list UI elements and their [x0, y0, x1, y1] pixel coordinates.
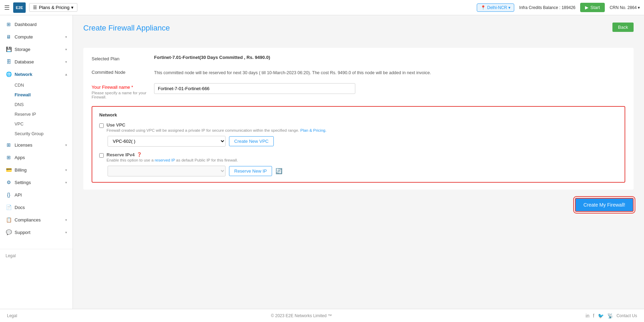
- contact-us[interactable]: Contact Us: [617, 313, 637, 318]
- firewall-name-row: Your Firewall name * Please specify a na…: [92, 83, 625, 99]
- hamburger-icon[interactable]: ☰: [4, 4, 10, 11]
- help-icon[interactable]: ❓: [137, 152, 142, 157]
- chevron-down-icon: ▾: [65, 168, 67, 172]
- chevron-down-icon: ▾: [65, 230, 67, 234]
- facebook-icon[interactable]: f: [593, 313, 594, 319]
- footer: Legal © 2023 E2E Networks Limited ™ in f…: [0, 309, 644, 322]
- committed-node-value: This committed node will be reserved for…: [154, 68, 625, 76]
- reserve-ipv4-info: Reserve IPv4 ❓ Enable this option to use…: [107, 152, 238, 162]
- sidebar-item-cdn[interactable]: CDN: [15, 80, 73, 90]
- sidebar-legal[interactable]: Legal: [0, 249, 73, 262]
- sidebar-item-network[interactable]: 🌐 Network ▴: [0, 68, 73, 80]
- network-icon: 🌐: [6, 71, 12, 77]
- plan-pricing-link[interactable]: Plan & Pricing.: [300, 128, 326, 132]
- network-submenu: CDN Firewall DNS Reserve IP VPC Security…: [0, 80, 73, 139]
- footer-copyright: © 2023 E2E Networks Limited ™: [17, 313, 585, 318]
- sidebar-item-apps[interactable]: ⊞ Apps: [0, 151, 73, 164]
- sidebar-item-security-group[interactable]: Security Group: [15, 129, 73, 139]
- ip-select-row: Reserve New IP 🔄: [108, 166, 618, 176]
- ip-select[interactable]: [108, 166, 226, 176]
- selected-plan-label: Selected Plan: [92, 55, 147, 61]
- chevron-down-icon: ▾: [71, 5, 74, 10]
- chevron-down-icon: ▾: [65, 218, 67, 222]
- sidebar-item-api[interactable]: {} API: [0, 189, 73, 201]
- apps-icon: ⊞: [6, 154, 12, 160]
- firewall-name-label: Your Firewall name * Please specify a na…: [92, 83, 147, 99]
- sidebar-item-billing[interactable]: 💳 Billing ▾: [0, 164, 73, 176]
- sidebar-item-compute[interactable]: 🖥 Compute ▾: [0, 31, 73, 43]
- plans-pricing-icon: ☰: [33, 5, 37, 10]
- chevron-down-icon: ▾: [65, 35, 67, 39]
- header-left: ☰ E2E ☰ Plans & Pricing ▾: [4, 2, 77, 13]
- database-icon: 🗄: [6, 59, 12, 65]
- settings-icon: ⚙: [6, 179, 12, 185]
- sidebar-item-licenses[interactable]: ⊞ Licenses ▾: [0, 139, 73, 151]
- sidebar-item-reserve-ip[interactable]: Reserve IP: [15, 110, 73, 119]
- rss-icon[interactable]: 📡: [607, 313, 613, 319]
- firewall-name-value: [154, 83, 625, 94]
- chevron-down-icon: ▾: [65, 60, 67, 64]
- crn-number[interactable]: CRN No. 2864 ▾: [610, 5, 640, 10]
- start-icon: ▶: [585, 5, 588, 10]
- reserve-ipv4-checkbox[interactable]: [99, 153, 104, 158]
- top-header: ☰ E2E ☰ Plans & Pricing ▾ 📍 Delhi-NCR ▾ …: [0, 0, 644, 15]
- plans-pricing-button[interactable]: ☰ Plans & Pricing ▾: [29, 3, 77, 12]
- credits-balance: Infra Credits Balance : 189426: [519, 5, 575, 10]
- create-firewall-container: Create My Firewall!: [83, 198, 634, 212]
- sidebar-item-database[interactable]: 🗄 Database ▾: [0, 55, 73, 68]
- sidebar-item-vpc[interactable]: VPC: [15, 119, 73, 129]
- page-title: Create Firewall Appliance: [83, 24, 170, 33]
- linkedin-icon[interactable]: in: [586, 313, 590, 319]
- dashboard-icon: ⊞: [6, 21, 12, 27]
- selected-plan-row: Selected Plan Fortinet-7.01-Fortinet(30 …: [92, 55, 625, 61]
- footer-legal[interactable]: Legal: [7, 313, 17, 318]
- location-badge[interactable]: 📍 Delhi-NCR ▾: [477, 3, 514, 12]
- header-right: 📍 Delhi-NCR ▾ Infra Credits Balance : 18…: [477, 3, 640, 12]
- sidebar-item-compliances[interactable]: 📋 Compliances ▾: [0, 214, 73, 226]
- network-section: Network Use VPC Firewall created using V…: [92, 106, 625, 183]
- api-icon: {}: [6, 192, 12, 198]
- use-vpc-checkbox[interactable]: [99, 123, 104, 128]
- refresh-icon[interactable]: 🔄: [276, 168, 282, 174]
- storage-icon: 💾: [6, 46, 12, 52]
- chevron-down-icon: ▾: [65, 47, 67, 51]
- firewall-name-input[interactable]: [154, 83, 355, 94]
- selected-plan-value: Fortinet-7.01-Fortinet(30 Days Committed…: [154, 55, 625, 60]
- sidebar: ⊞ Dashboard 🖥 Compute ▾ 💾 Storage ▾ 🗄 Da…: [0, 15, 73, 309]
- reserved-ip-link[interactable]: reserved IP: [155, 158, 175, 162]
- chevron-down-icon: ▾: [65, 143, 67, 147]
- twitter-icon[interactable]: 🐦: [598, 313, 604, 319]
- sidebar-item-docs[interactable]: 📄 Docs: [0, 201, 73, 214]
- use-vpc-row: Use VPC Firewall created using VPC will …: [99, 122, 618, 132]
- licenses-icon: ⊞: [6, 142, 12, 148]
- compliances-icon: 📋: [6, 217, 12, 223]
- main-content: Create Firewall Appliance Back Selected …: [73, 15, 644, 309]
- support-icon: 💬: [6, 229, 12, 235]
- start-button[interactable]: ▶ Start: [580, 3, 604, 12]
- vpc-select[interactable]: VPC-602( ): [108, 136, 226, 147]
- billing-icon: 💳: [6, 167, 12, 173]
- network-section-title: Network: [99, 112, 618, 118]
- create-new-vpc-button[interactable]: Create New VPC: [229, 136, 274, 146]
- chevron-down-icon: ▾: [638, 5, 640, 10]
- reserve-new-ip-button[interactable]: Reserve New IP: [229, 166, 272, 176]
- sidebar-item-dashboard[interactable]: ⊞ Dashboard: [0, 18, 73, 31]
- chevron-up-icon: ▴: [65, 72, 67, 76]
- committed-node-row: Committed Node This committed node will …: [92, 68, 625, 76]
- chevron-down-icon: ▾: [508, 5, 510, 10]
- location-pin-icon: 📍: [481, 5, 486, 10]
- sidebar-item-storage[interactable]: 💾 Storage ▾: [0, 43, 73, 55]
- sidebar-item-settings[interactable]: ⚙ Settings ▾: [0, 176, 73, 189]
- create-my-firewall-button[interactable]: Create My Firewall!: [575, 198, 634, 212]
- footer-right: in f 🐦 📡 Contact Us: [586, 313, 637, 319]
- vpc-select-row: VPC-602( ) Create New VPC: [108, 136, 618, 147]
- use-vpc-info: Use VPC Firewall created using VPC will …: [107, 122, 327, 132]
- logo: E2E: [13, 2, 26, 13]
- sidebar-item-dns[interactable]: DNS: [15, 100, 73, 110]
- back-button[interactable]: Back: [612, 23, 634, 32]
- chevron-down-icon: ▾: [65, 181, 67, 184]
- committed-node-label: Committed Node: [92, 68, 147, 75]
- sidebar-item-firewall[interactable]: Firewall: [15, 90, 73, 100]
- main-layout: ⊞ Dashboard 🖥 Compute ▾ 💾 Storage ▾ 🗄 Da…: [0, 15, 644, 309]
- sidebar-item-support[interactable]: 💬 Support ▾: [0, 226, 73, 238]
